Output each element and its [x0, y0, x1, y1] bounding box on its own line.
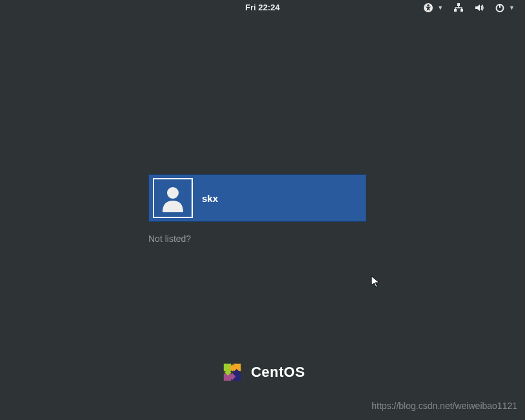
volume-icon[interactable]	[474, 3, 484, 13]
svg-rect-4	[461, 9, 463, 12]
svg-rect-3	[454, 9, 457, 12]
not-listed-link[interactable]: Not listed?	[148, 234, 366, 244]
accessibility-menu[interactable]: ▼	[423, 3, 443, 13]
login-panel: skx Not listed?	[148, 174, 366, 244]
svg-point-7	[167, 187, 179, 199]
svg-rect-2	[457, 3, 460, 6]
mouse-cursor	[371, 275, 381, 291]
network-icon[interactable]	[453, 3, 464, 13]
top-panel: Fri 22:24 ▼ ▼	[0, 0, 525, 18]
watermark-text: https://blog.csdn.net/weiweibao1121	[371, 401, 517, 411]
centos-logo-icon	[220, 360, 244, 385]
user-list-item[interactable]: skx	[148, 174, 366, 222]
chevron-down-icon: ▼	[509, 5, 515, 11]
user-name-label: skx	[202, 193, 218, 204]
distro-brand: CentOS	[220, 360, 305, 385]
power-icon	[495, 3, 505, 13]
distro-name: CentOS	[251, 364, 305, 381]
clock[interactable]: Fri 22:24	[245, 3, 279, 12]
power-menu[interactable]: ▼	[495, 3, 515, 13]
status-area: ▼ ▼	[423, 3, 515, 13]
chevron-down-icon: ▼	[437, 5, 443, 11]
user-avatar	[153, 178, 193, 218]
accessibility-icon	[423, 3, 433, 13]
svg-point-1	[428, 5, 430, 6]
